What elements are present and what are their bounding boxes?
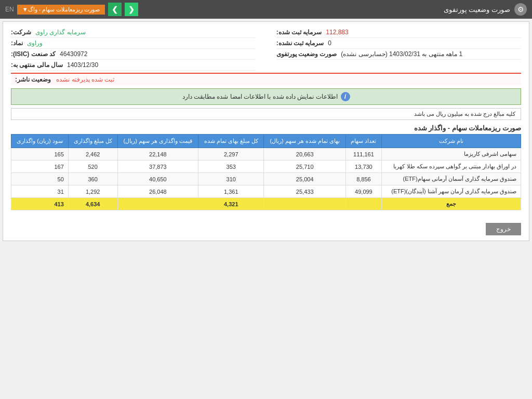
top-bar-right: ❮ ❯ صورت ریزمعاملات سهام - واگ▼ EN [5,3,138,16]
unregistered-capital-value: 0 [328,39,331,47]
symbol-value: وراوی [27,39,43,47]
cell-shares: 49,099 [346,185,382,198]
company-name-row: سرمایه گذاری راوی شرکت: [11,27,256,38]
col-cost-per-share: بهای تمام شده هر سهم (ریال) [264,135,346,148]
cell-total-cost: 2,297 [198,148,264,161]
portfolio-status-value: 1 ماهه منتهی به 1403/02/31 (حسابرسی نشده… [341,50,462,58]
top-bar: ⚙ صورت وضعیت پورتفوی ❮ ❯ صورت ریزمعاملات… [0,0,532,19]
table-row: صندوق سرمایه گذاری آرمان سهر آشنا (آیندگ… [11,185,521,198]
cell-sale-per: 40,650 [117,173,198,185]
cell-cost-per: 25,710 [264,161,346,173]
app-title: صورت وضعیت پورتفوی [444,6,510,14]
cell-cost-per: 25,004 [264,173,346,185]
nav-next-button[interactable]: ❯ [108,3,122,16]
table-footer-row: جمع 4,321 4,634 413 [11,198,521,210]
status-row: ثبت شده پذیرفته نشده وضعیت ناشر: [11,73,521,85]
cell-company-name: در اوراق بهادار مبتنی بر گواهی سپرده سکه… [381,161,521,173]
symbol-row: وراوی نماد: [11,38,256,49]
table-row: در اوراق بهادار مبتنی بر گواهی سپرده سکه… [11,161,521,173]
fiscal-year-row: 1403/12/30 سال مالی منتهی به: [11,60,256,71]
status-label: وضعیت ناشر: [15,76,51,83]
cell-sale-per: 26,048 [117,185,198,198]
cell-shares: 13,730 [346,161,382,173]
registered-capital-label: سرمایه ثبت شده: [276,29,322,36]
button-area: خروج [11,217,521,235]
symbol-label: نماد: [11,39,23,47]
company-name-value: سرمایه گذاری راوی [35,29,86,36]
table-section-title: صورت ریزمعاملات سهام - واگذار شده [11,124,521,132]
notice-text: اطلاعات نمایش داده شده با اطلاعات امضا ش… [182,93,338,100]
col-sale-per-share: قیمت واگذاری هر سهم (ریال) [117,135,198,148]
transactions-table: نام شرکت تعداد سهام بهای تمام شده هر سهم… [11,134,521,210]
cell-cost-per: 25,433 [264,185,346,198]
status-value: ثبت شده پذیرفته نشده [56,76,114,83]
portfolio-status-label: صورت وضعیت پورتفوی [276,50,337,58]
col-company-name: نام شرکت [381,135,521,148]
unregistered-capital-label: سرمایه ثبت نشده: [276,39,324,47]
app-icon: ⚙ [514,3,527,16]
cell-company-name: سهامی اشرفی کاریزما [381,148,521,161]
notice-icon: i [341,92,350,101]
footer-shares-empty [346,198,382,210]
col-shares: تعداد سهام [346,135,382,148]
cell-profit: 165 [11,148,69,161]
exit-button[interactable]: خروج [486,223,521,235]
col-total-cost: کل مبلغ بهای تمام شده [198,135,264,148]
table-header-row: نام شرکت تعداد سهام بهای تمام شده هر سهم… [11,135,521,148]
en-label: EN [5,6,14,13]
fiscal-year-label: سال مالی منتهی به: [11,61,63,69]
cell-profit: 50 [11,173,69,185]
nav-prev-button[interactable]: ❮ [125,3,138,16]
info-block-right: سرمایه گذاری راوی شرکت: وراوی نماد: 4643… [11,27,256,71]
portfolio-status-row: 1 ماهه منتهی به 1403/02/31 (حسابرسی نشده… [276,49,521,60]
cell-total-sale: 2,462 [68,148,117,161]
notice-bar: i اطلاعات نمایش داده شده با اطلاعات امضا… [11,88,521,105]
cell-sale-per: 37,873 [117,161,198,173]
currency-note-text: کلیه مبالغ درج شده به میلیون ریال می باش… [414,111,515,117]
cell-company-name: صندوق سرمایه گذاری آرمان سهر آشنا (آیندگ… [381,185,521,198]
cell-total-cost: 353 [198,161,264,173]
cell-total-sale: 360 [68,173,117,185]
filter-button[interactable]: صورت ریزمعاملات سهام - واگ▼ [17,5,105,15]
footer-label: جمع [381,198,521,210]
col-total-sale: کل مبلغ واگذاری [68,135,117,148]
cell-shares: 8,856 [346,173,382,185]
isic-value: 46430972 [60,50,87,58]
company-info-section: 112,883 سرمایه ثبت شده: 0 سرمایه ثبت نشد… [11,27,521,71]
isic-label: کد صنعت (ISIC): [11,50,56,58]
registered-capital-value: 112,883 [326,29,348,36]
cell-profit: 167 [11,161,69,173]
table-row: سهامی اشرفی کاریزما 111,161 20,663 2,297… [11,148,521,161]
footer-cost-per-empty [264,198,346,210]
cell-total-cost: 310 [198,173,264,185]
footer-total-cost: 4,321 [198,198,264,210]
company-name-label: شرکت: [11,29,31,36]
cell-profit: 31 [11,185,69,198]
isic-row: 46430972 کد صنعت (ISIC): [11,49,256,60]
info-block-left: 112,883 سرمایه ثبت شده: 0 سرمایه ثبت نشد… [276,27,521,71]
cell-sale-per: 22,148 [117,148,198,161]
currency-note: کلیه مبالغ درج شده به میلیون ریال می باش… [11,108,521,120]
footer-total-sale: 4,634 [68,198,117,210]
table-row: صندوق سرمایه گذاری آسمان آرمانی سهام(ETF… [11,173,521,185]
cell-total-cost: 1,361 [198,185,264,198]
registered-capital-row: 112,883 سرمایه ثبت شده: [276,27,521,38]
cell-shares: 111,161 [346,148,382,161]
cell-total-sale: 1,292 [68,185,117,198]
footer-sale-per-empty [117,198,198,210]
cell-cost-per: 20,663 [264,148,346,161]
cell-total-sale: 520 [68,161,117,173]
top-bar-left: ⚙ صورت وضعیت پورتفوی [444,3,527,16]
main-content: 112,883 سرمایه ثبت شده: 0 سرمایه ثبت نشد… [3,21,529,241]
col-profit: سود (زیان) واگذاری [11,135,69,148]
fiscal-year-value: 1403/12/30 [67,61,98,69]
footer-profit: 413 [11,198,69,210]
cell-company-name: صندوق سرمایه گذاری آسمان آرمانی سهام(ETF… [381,173,521,185]
unregistered-capital-row: 0 سرمایه ثبت نشده: [276,38,521,49]
